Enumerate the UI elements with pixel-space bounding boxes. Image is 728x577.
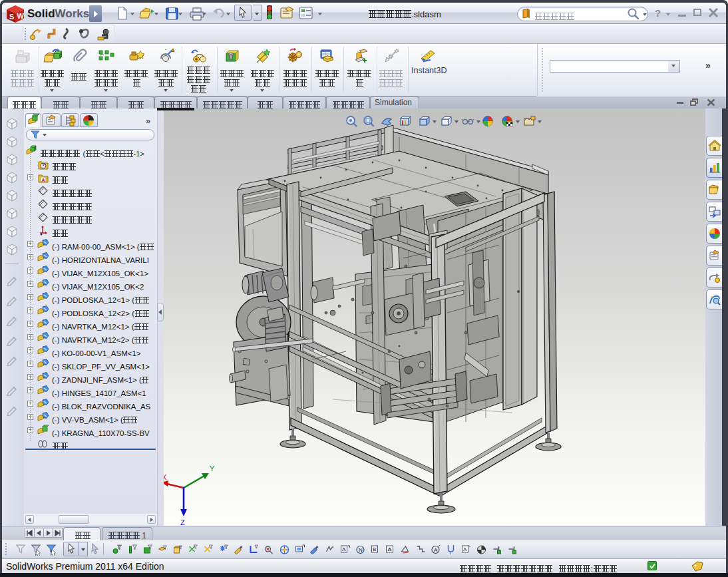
svg-text:A: A — [42, 178, 45, 182]
svg-text:A: A — [434, 547, 438, 553]
svg-text:A: A — [388, 546, 392, 552]
svg-text:N: N — [359, 547, 363, 553]
svg-text:Y: Y — [210, 465, 215, 473]
svg-text:B: B — [373, 546, 376, 552]
svg-text:X: X — [164, 473, 167, 481]
svg-text:S: S — [9, 13, 14, 21]
svg-text:A: A — [463, 546, 467, 552]
svg-text:W: W — [17, 12, 25, 20]
svg-text:Z: Z — [180, 518, 185, 526]
svg-text:A: A — [342, 546, 346, 552]
